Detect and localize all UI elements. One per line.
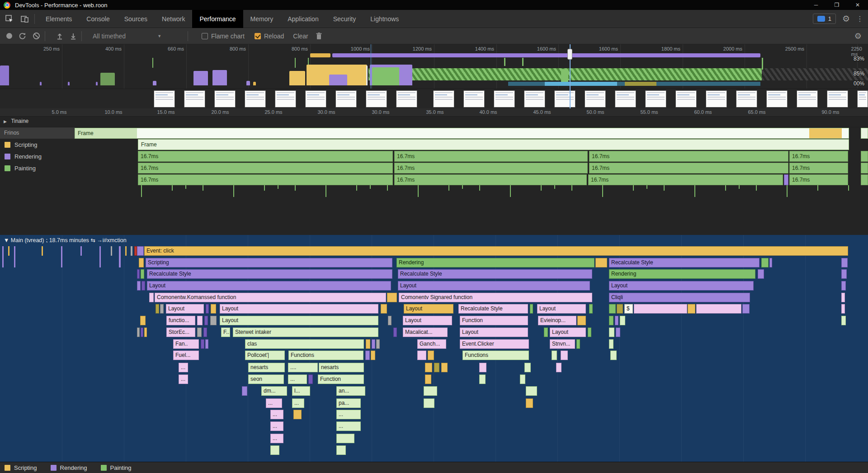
flame-bar[interactable]: Pollcoet'| bbox=[245, 351, 285, 360]
flame-bar[interactable]: Layout bbox=[403, 316, 452, 325]
screenshot-thumbnail[interactable] bbox=[585, 90, 606, 108]
frame-duration-segment[interactable] bbox=[861, 174, 868, 185]
screenshot-thumbnail[interactable] bbox=[245, 90, 266, 108]
flame-bar[interactable] bbox=[160, 304, 164, 314]
reload-record-icon[interactable] bbox=[19, 32, 26, 40]
flame-bar[interactable] bbox=[609, 316, 613, 325]
reload-checkbox[interactable]: Reload bbox=[255, 33, 284, 40]
flame-bar[interactable]: ... bbox=[336, 421, 361, 431]
flame-bar[interactable]: Evieinop... bbox=[538, 316, 576, 325]
flame-bar[interactable]: nesarts bbox=[248, 363, 285, 372]
flame-bar[interactable] bbox=[206, 304, 209, 314]
flame-bar[interactable]: Recalculate Style bbox=[147, 269, 392, 279]
flame-bar[interactable]: Function bbox=[460, 316, 528, 325]
flame-bar[interactable]: Rendering bbox=[396, 258, 594, 267]
flame-bar[interactable] bbox=[376, 339, 380, 349]
flame-bar[interactable] bbox=[556, 363, 561, 372]
panel-settings-gear-icon[interactable]: ⚙ bbox=[854, 31, 862, 41]
flame-bar[interactable]: Recalculate Style bbox=[609, 258, 760, 267]
flame-bar[interactable]: ... bbox=[179, 363, 188, 372]
screenshot-thumbnail[interactable] bbox=[463, 90, 485, 108]
flame-bar[interactable]: Fan.. bbox=[173, 339, 199, 349]
flame-bar[interactable] bbox=[197, 316, 203, 325]
main-thread-header[interactable]: ▼ Main (tvread) ⁏ 18.7ms minutes ⇆ →i#xm… bbox=[4, 237, 127, 244]
frame-duration-segment[interactable]: 16.7ms bbox=[589, 151, 788, 162]
flame-bar[interactable]: Fuel... bbox=[173, 351, 199, 360]
flame-bar[interactable]: Event: click bbox=[144, 246, 848, 256]
screenshot-thumbnail[interactable] bbox=[706, 90, 727, 108]
flame-bar[interactable] bbox=[204, 316, 208, 325]
flame-bar[interactable]: dm... bbox=[261, 386, 287, 396]
frame-duration-segment[interactable]: 16.7ms bbox=[138, 174, 393, 185]
flame-bar[interactable] bbox=[417, 351, 426, 360]
screenshot-thumbnail[interactable] bbox=[827, 90, 848, 108]
flame-chart-checkbox[interactable]: Flame chart bbox=[202, 33, 245, 40]
flame-bar[interactable]: Layout bbox=[220, 304, 378, 314]
flame-bar[interactable]: nesarts bbox=[319, 363, 364, 372]
screenshot-thumbnail[interactable] bbox=[275, 90, 296, 108]
tab-network[interactable]: Network bbox=[155, 10, 192, 28]
flame-bar[interactable]: Recalculate Style bbox=[458, 304, 528, 314]
frame-duration-segment[interactable]: 16.7ms bbox=[588, 174, 783, 185]
flame-bar[interactable] bbox=[210, 316, 217, 325]
maximize-button[interactable]: ❐ bbox=[826, 0, 847, 10]
flame-bar[interactable] bbox=[425, 363, 432, 372]
flame-bar[interactable] bbox=[424, 398, 434, 408]
flame-bar[interactable]: Function bbox=[318, 375, 364, 384]
flame-bar[interactable]: Event.Clicker bbox=[460, 339, 529, 349]
minimize-button[interactable]: ─ bbox=[806, 0, 826, 10]
frame-duration-segment[interactable]: 16.7ms bbox=[789, 151, 848, 162]
flame-bar[interactable] bbox=[156, 304, 159, 314]
flame-bar[interactable] bbox=[393, 328, 397, 337]
screenshot-thumbnail[interactable] bbox=[184, 90, 205, 108]
screenshot-thumbnail[interactable] bbox=[305, 90, 326, 108]
close-button[interactable]: ✕ bbox=[847, 0, 868, 10]
flame-bar[interactable] bbox=[520, 375, 525, 384]
flame-bar[interactable] bbox=[841, 316, 846, 325]
screenshot-thumbnail[interactable] bbox=[396, 90, 417, 108]
flame-bar[interactable]: StorEc... bbox=[166, 328, 195, 337]
flame-bar[interactable] bbox=[203, 328, 207, 337]
flame-bar[interactable] bbox=[577, 316, 586, 325]
flame-bar[interactable]: Layout bbox=[398, 281, 590, 290]
timings-dropdown[interactable]: All timethed ▼ bbox=[93, 33, 183, 40]
clear-button[interactable]: Clear bbox=[293, 33, 308, 40]
flame-bar[interactable] bbox=[142, 281, 145, 290]
flame-bar[interactable] bbox=[552, 351, 557, 360]
frame-bar[interactable]: Frame bbox=[138, 139, 849, 150]
flame-bar[interactable] bbox=[381, 304, 387, 314]
screenshot-thumbnail[interactable] bbox=[766, 90, 788, 108]
screenshot-thumbnail[interactable] bbox=[524, 90, 545, 108]
frame-duration-segment[interactable] bbox=[784, 174, 788, 185]
flame-bar[interactable]: Comonentw.Komanssed function bbox=[155, 293, 386, 302]
flame-bar[interactable] bbox=[524, 363, 531, 372]
flame-bar[interactable] bbox=[544, 328, 548, 337]
flame-bar[interactable]: ... bbox=[270, 421, 283, 431]
flame-bar[interactable] bbox=[841, 269, 847, 279]
flame-bar[interactable] bbox=[425, 375, 431, 384]
flame-bar[interactable] bbox=[140, 316, 146, 325]
flame-bar[interactable] bbox=[479, 375, 486, 384]
screenshot-thumbnail[interactable] bbox=[554, 90, 576, 108]
screenshot-thumbnail[interactable] bbox=[645, 90, 666, 108]
flame-bar[interactable]: Layout bbox=[166, 304, 204, 314]
record-button[interactable] bbox=[6, 33, 12, 39]
flame-bar[interactable] bbox=[137, 246, 144, 256]
tab-elements[interactable]: Elements bbox=[38, 10, 79, 28]
flame-bar[interactable] bbox=[308, 375, 313, 384]
flame-bar[interactable] bbox=[479, 363, 486, 372]
flame-bar[interactable]: .... bbox=[288, 363, 318, 372]
flame-bar[interactable] bbox=[372, 339, 375, 349]
flame-bar[interactable] bbox=[609, 328, 614, 337]
selection-left-line[interactable] bbox=[371, 44, 371, 89]
flame-bar[interactable] bbox=[615, 316, 618, 325]
screenshot-thumbnail[interactable] bbox=[494, 90, 515, 108]
flame-bar[interactable]: Cliqli bbox=[609, 293, 750, 302]
flame-bar[interactable] bbox=[387, 293, 397, 302]
flame-bar[interactable] bbox=[576, 339, 580, 349]
flame-bar[interactable]: ... bbox=[179, 375, 188, 384]
flame-bar[interactable]: $ bbox=[624, 304, 633, 314]
screenshot-thumbnail[interactable] bbox=[615, 90, 636, 108]
flame-bar[interactable]: Macalicat... bbox=[403, 328, 448, 337]
frame-duration-segment[interactable]: 16.7ms bbox=[394, 151, 588, 162]
